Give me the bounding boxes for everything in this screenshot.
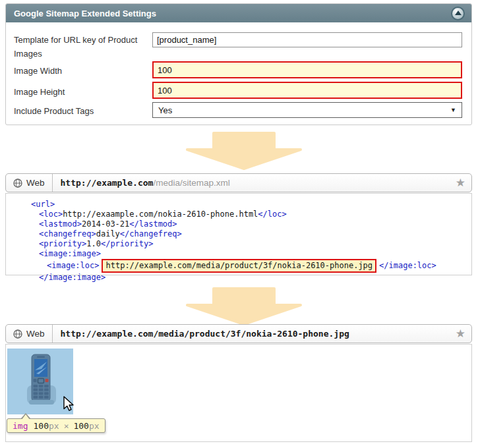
image-height-input[interactable] [152, 82, 462, 99]
tooltip-notch [22, 414, 30, 420]
globe-icon [13, 329, 22, 339]
chevron-down-icon: ▼ [450, 107, 456, 113]
tooltip-width-value: 100 [33, 421, 48, 431]
url-key-template-input[interactable] [152, 32, 462, 47]
globe-icon [13, 179, 22, 188]
field-label-url-key-template: Template for URL key of Product Images [14, 33, 151, 61]
xml-line: <url> [6, 200, 471, 210]
url-display: http://example.com/media/product/3f/noki… [53, 329, 349, 339]
image-view: img100px×100px [5, 344, 472, 442]
tooltip-width-unit: px [49, 421, 59, 431]
tooltip-height-unit: px [89, 421, 100, 431]
xml-line: <loc>http://exaample.com/nokia-2610-phon… [6, 210, 471, 219]
page: Google Sitemap Extended Settings Templat… [0, 0, 478, 448]
field-label-include-product-tags: Include Product Tags [14, 104, 151, 118]
image-width-input[interactable] [152, 61, 462, 78]
google-sitemap-settings-panel: Google Sitemap Extended Settings Templat… [5, 3, 472, 125]
bookmark-star-icon[interactable]: ★ [456, 328, 471, 339]
down-arrow-graphic [186, 287, 302, 325]
xml-line: <changefreq>daily</changefreq> [6, 229, 471, 239]
url-domain: http://example.com [61, 178, 154, 188]
panel-header: Google Sitemap Extended Settings [6, 4, 471, 22]
address-bar[interactable]: Web http://example.com/media/product/3f/… [5, 324, 472, 343]
image-browser-window: Web http://example.com/media/product/3f/… [5, 324, 472, 442]
web-button-label: Web [26, 178, 45, 188]
tooltip-height-value: 100 [73, 421, 88, 431]
xml-line: <lastmod>2014-03-21</lastmod> [6, 219, 471, 229]
highlighted-image-url: http://example.com/media/product/3f/noki… [102, 259, 376, 273]
image-size-tooltip: img100px×100px [7, 418, 105, 433]
address-bar[interactable]: Web http://example.com/media/sitemap.xml… [5, 173, 472, 192]
arrow-up-icon [455, 11, 462, 15]
url-path: /media/sitemap.xml [153, 178, 229, 188]
panel-title: Google Sitemap Extended Settings [14, 9, 156, 18]
down-arrow-graphic [186, 132, 302, 170]
sitemap-browser-window: Web http://example.com/media/sitemap.xml… [5, 173, 472, 275]
field-label-image-width: Image Width [14, 64, 151, 78]
field-label-image-height: Image Height [14, 85, 151, 99]
tooltip-times-sign: × [64, 421, 69, 431]
url-full: http://example.com/media/product/3f/noki… [61, 329, 349, 339]
web-button-label: Web [26, 329, 45, 339]
web-button[interactable]: Web [6, 174, 52, 192]
bookmark-star-icon[interactable]: ★ [456, 177, 471, 188]
xml-line: </image:image> [6, 273, 471, 283]
xml-line: <image:image> [6, 249, 471, 259]
xml-source-view: <url> <loc>http://exaample.com/nokia-261… [5, 193, 472, 275]
url-display: http://example.com/media/sitemap.xml [53, 178, 230, 188]
mouse-cursor-icon [63, 396, 75, 412]
include-product-tags-select[interactable]: Yes ▼ [152, 102, 462, 118]
select-value: Yes [158, 105, 172, 115]
xml-line-image-loc: <image:loc>http://example.com/media/prod… [6, 259, 471, 273]
web-button[interactable]: Web [6, 325, 52, 343]
xml-line: <priority>1.0</priority> [6, 239, 471, 249]
collapse-section-button[interactable] [451, 7, 465, 20]
tooltip-tag-name: img [13, 421, 28, 431]
